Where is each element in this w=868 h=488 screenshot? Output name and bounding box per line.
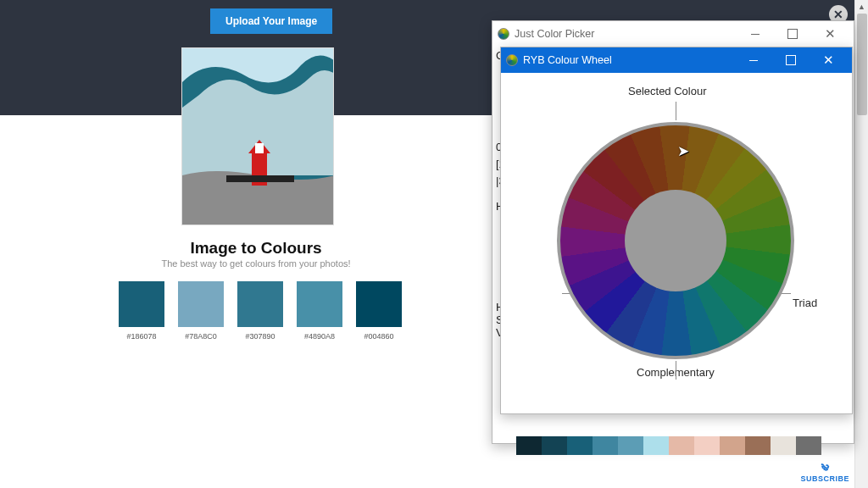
tick-complementary xyxy=(676,361,676,380)
swatch-hex: #4890A8 xyxy=(304,332,335,341)
swatch-hex: #004860 xyxy=(364,332,393,341)
ryb-colour-wheel-window[interactable]: RYB Colour Wheel ✕ Selected Colour Triad… xyxy=(500,47,853,414)
svg-rect-3 xyxy=(255,143,264,153)
ryb-title: RYB Colour Wheel xyxy=(523,54,612,66)
minimize-button[interactable] xyxy=(737,21,774,47)
scroll-up-icon[interactable]: ▲ xyxy=(855,0,869,14)
scrollbar-thumb[interactable] xyxy=(857,14,867,115)
svg-rect-4 xyxy=(226,175,294,182)
swatch[interactable]: #004860 xyxy=(356,281,402,341)
tick-selected xyxy=(676,102,676,120)
jcp-bottom-palette[interactable] xyxy=(516,436,821,455)
palette-cell[interactable] xyxy=(618,436,643,455)
palette-cell[interactable] xyxy=(720,436,745,455)
ryb-titlebar[interactable]: RYB Colour Wheel ✕ xyxy=(501,47,852,73)
ryb-logo-icon xyxy=(506,54,518,66)
swatch-hex: #78A8C0 xyxy=(185,332,217,341)
colour-wheel[interactable] xyxy=(557,122,794,359)
palette-cell[interactable] xyxy=(567,436,593,455)
palette-cell[interactable] xyxy=(643,436,669,455)
swatch-chip xyxy=(119,281,164,327)
uploaded-image xyxy=(181,47,334,225)
upload-button[interactable]: Upload Your Image xyxy=(210,8,332,34)
jcp-title: Just Color Picker xyxy=(515,28,594,40)
swatch-chip xyxy=(297,281,342,327)
page-subtitle: The best way to get colours from your ph… xyxy=(0,258,512,269)
swatch-hex: #186078 xyxy=(126,332,156,341)
swatch[interactable]: #4890A8 xyxy=(297,281,342,341)
palette-cell[interactable] xyxy=(516,436,542,455)
palette-cell[interactable] xyxy=(669,436,694,455)
page-scrollbar[interactable]: ▲ xyxy=(854,0,868,488)
palette-cell[interactable] xyxy=(796,436,821,455)
close-button[interactable]: ✕ xyxy=(811,21,849,47)
swatch[interactable]: #78A8C0 xyxy=(178,281,224,341)
page-title: Image to Colours xyxy=(0,239,512,258)
swatch-chip xyxy=(178,281,224,327)
swatch-hex: #307890 xyxy=(245,332,275,341)
palette-cell[interactable] xyxy=(694,436,720,455)
swatch[interactable]: #186078 xyxy=(119,281,164,341)
palette-cell[interactable] xyxy=(593,436,618,455)
jcp-titlebar[interactable]: Just Color Picker ✕ xyxy=(492,21,854,47)
label-triad: Triad xyxy=(793,297,817,309)
palette-row: #186078 #78A8C0 #307890 #4890A8 #004860 xyxy=(119,281,402,341)
minimize-button[interactable] xyxy=(735,47,772,73)
jcp-logo-icon xyxy=(498,28,509,40)
swatch-chip xyxy=(237,281,283,327)
palette-cell[interactable] xyxy=(542,436,567,455)
maximize-button[interactable] xyxy=(774,21,811,47)
close-button[interactable]: ✕ xyxy=(810,47,847,73)
palette-cell[interactable] xyxy=(745,436,771,455)
swatch[interactable]: #307890 xyxy=(237,281,283,341)
label-selected-colour: Selected Colour xyxy=(628,85,707,97)
swatch-chip xyxy=(356,281,402,327)
maximize-button[interactable] xyxy=(772,47,810,73)
palette-cell[interactable] xyxy=(771,436,796,455)
subscribe-badge[interactable]: ༄ SUBSCRIBE xyxy=(800,463,849,483)
